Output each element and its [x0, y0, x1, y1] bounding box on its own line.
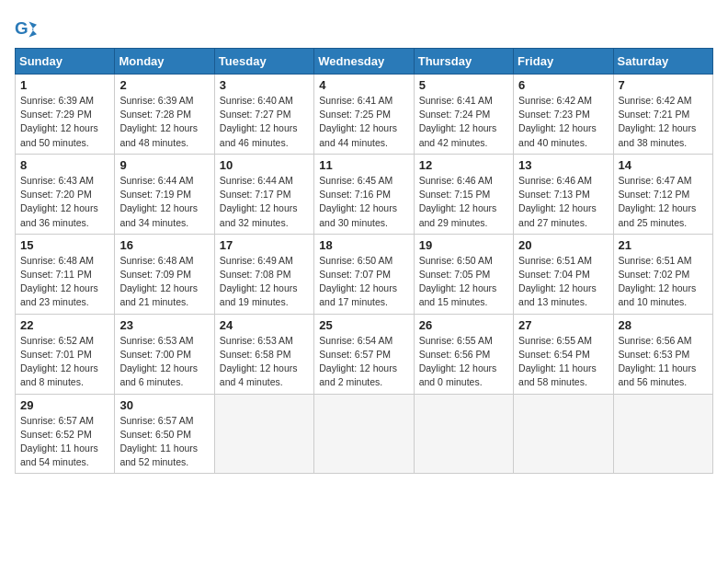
day-number: 30: [119, 398, 209, 412]
calendar-cell: 17Sunrise: 6:49 AM Sunset: 7:08 PM Dayli…: [214, 234, 313, 314]
calendar-cell: 24Sunrise: 6:53 AM Sunset: 6:58 PM Dayli…: [214, 314, 313, 394]
day-number: 24: [220, 318, 309, 332]
day-info: Sunrise: 6:48 AM Sunset: 7:09 PM Dayligh…: [119, 254, 209, 310]
day-number: 12: [419, 158, 508, 172]
week-row-4: 22Sunrise: 6:52 AM Sunset: 7:01 PM Dayli…: [16, 314, 713, 394]
day-info: Sunrise: 6:44 AM Sunset: 7:17 PM Dayligh…: [220, 174, 309, 230]
day-info: Sunrise: 6:50 AM Sunset: 7:05 PM Dayligh…: [419, 254, 508, 310]
day-number: 26: [419, 318, 508, 332]
day-info: Sunrise: 6:50 AM Sunset: 7:07 PM Dayligh…: [319, 254, 408, 310]
day-info: Sunrise: 6:43 AM Sunset: 7:20 PM Dayligh…: [20, 174, 109, 230]
day-info: Sunrise: 6:57 AM Sunset: 6:52 PM Dayligh…: [20, 414, 109, 470]
day-info: Sunrise: 6:56 AM Sunset: 6:53 PM Dayligh…: [619, 334, 708, 390]
day-info: Sunrise: 6:55 AM Sunset: 6:56 PM Dayligh…: [419, 334, 508, 390]
week-row-2: 8Sunrise: 6:43 AM Sunset: 7:20 PM Daylig…: [16, 154, 713, 234]
calendar-cell: 21Sunrise: 6:51 AM Sunset: 7:02 PM Dayli…: [613, 234, 712, 314]
calendar-cell: [314, 394, 414, 474]
calendar-cell: 23Sunrise: 6:53 AM Sunset: 7:00 PM Dayli…: [115, 314, 214, 394]
calendar-cell: 5Sunrise: 6:41 AM Sunset: 7:24 PM Daylig…: [414, 75, 513, 155]
week-row-3: 15Sunrise: 6:48 AM Sunset: 7:11 PM Dayli…: [16, 234, 713, 314]
day-info: Sunrise: 6:42 AM Sunset: 7:21 PM Dayligh…: [619, 94, 708, 150]
day-info: Sunrise: 6:40 AM Sunset: 7:27 PM Dayligh…: [220, 94, 309, 150]
day-info: Sunrise: 6:52 AM Sunset: 7:01 PM Dayligh…: [20, 334, 109, 390]
day-number: 17: [220, 238, 309, 252]
day-number: 9: [119, 158, 209, 172]
calendar-cell: 2Sunrise: 6:39 AM Sunset: 7:28 PM Daylig…: [115, 75, 214, 155]
day-info: Sunrise: 6:39 AM Sunset: 7:29 PM Dayligh…: [20, 94, 109, 150]
calendar-cell: 15Sunrise: 6:48 AM Sunset: 7:11 PM Dayli…: [16, 234, 115, 314]
calendar-header-row: SundayMondayTuesdayWednesdayThursdayFrid…: [16, 49, 713, 75]
calendar-cell: 7Sunrise: 6:42 AM Sunset: 7:21 PM Daylig…: [613, 75, 712, 155]
day-number: 21: [619, 238, 708, 252]
day-number: 10: [220, 158, 309, 172]
day-number: 5: [419, 78, 508, 92]
day-info: Sunrise: 6:54 AM Sunset: 6:57 PM Dayligh…: [319, 334, 408, 390]
calendar-cell: 10Sunrise: 6:44 AM Sunset: 7:17 PM Dayli…: [214, 154, 313, 234]
calendar-cell: 9Sunrise: 6:44 AM Sunset: 7:19 PM Daylig…: [115, 154, 214, 234]
header-saturday: Saturday: [613, 49, 712, 75]
calendar-cell: 27Sunrise: 6:55 AM Sunset: 6:54 PM Dayli…: [514, 314, 613, 394]
day-number: 16: [119, 238, 209, 252]
day-info: Sunrise: 6:51 AM Sunset: 7:04 PM Dayligh…: [518, 254, 608, 310]
calendar-cell: 19Sunrise: 6:50 AM Sunset: 7:05 PM Dayli…: [414, 234, 513, 314]
day-info: Sunrise: 6:49 AM Sunset: 7:08 PM Dayligh…: [220, 254, 309, 310]
day-number: 25: [319, 318, 408, 332]
day-info: Sunrise: 6:41 AM Sunset: 7:25 PM Dayligh…: [319, 94, 408, 150]
calendar-cell: 13Sunrise: 6:46 AM Sunset: 7:13 PM Dayli…: [514, 154, 613, 234]
calendar-cell: 18Sunrise: 6:50 AM Sunset: 7:07 PM Dayli…: [314, 234, 414, 314]
header-monday: Monday: [115, 49, 214, 75]
calendar-cell: 4Sunrise: 6:41 AM Sunset: 7:25 PM Daylig…: [314, 75, 414, 155]
calendar-cell: 20Sunrise: 6:51 AM Sunset: 7:04 PM Dayli…: [514, 234, 613, 314]
day-info: Sunrise: 6:41 AM Sunset: 7:24 PM Dayligh…: [419, 94, 508, 150]
day-number: 7: [619, 78, 708, 92]
calendar-cell: [214, 394, 313, 474]
day-info: Sunrise: 6:53 AM Sunset: 6:58 PM Dayligh…: [220, 334, 309, 390]
day-number: 14: [619, 158, 708, 172]
calendar-cell: 11Sunrise: 6:45 AM Sunset: 7:16 PM Dayli…: [314, 154, 414, 234]
day-number: 2: [119, 78, 209, 92]
day-number: 19: [419, 238, 508, 252]
header-sunday: Sunday: [16, 49, 115, 75]
header-tuesday: Tuesday: [214, 49, 313, 75]
week-row-5: 29Sunrise: 6:57 AM Sunset: 6:52 PM Dayli…: [16, 394, 713, 474]
day-number: 28: [619, 318, 708, 332]
day-number: 4: [319, 78, 408, 92]
day-number: 18: [319, 238, 408, 252]
day-info: Sunrise: 6:42 AM Sunset: 7:23 PM Dayligh…: [518, 94, 608, 150]
day-number: 1: [20, 78, 109, 92]
calendar-cell: 16Sunrise: 6:48 AM Sunset: 7:09 PM Dayli…: [115, 234, 214, 314]
day-info: Sunrise: 6:45 AM Sunset: 7:16 PM Dayligh…: [319, 174, 408, 230]
calendar-cell: 8Sunrise: 6:43 AM Sunset: 7:20 PM Daylig…: [16, 154, 115, 234]
calendar-cell: 6Sunrise: 6:42 AM Sunset: 7:23 PM Daylig…: [514, 75, 613, 155]
day-info: Sunrise: 6:57 AM Sunset: 6:50 PM Dayligh…: [119, 414, 209, 470]
header-thursday: Thursday: [414, 49, 513, 75]
calendar-cell: 28Sunrise: 6:56 AM Sunset: 6:53 PM Dayli…: [613, 314, 712, 394]
calendar-table: SundayMondayTuesdayWednesdayThursdayFrid…: [15, 48, 713, 474]
day-info: Sunrise: 6:53 AM Sunset: 7:00 PM Dayligh…: [119, 334, 209, 390]
day-info: Sunrise: 6:55 AM Sunset: 6:54 PM Dayligh…: [518, 334, 608, 390]
svg-marker-1: [28, 21, 37, 37]
day-number: 29: [20, 398, 109, 412]
calendar-cell: [613, 394, 712, 474]
day-info: Sunrise: 6:47 AM Sunset: 7:12 PM Dayligh…: [619, 174, 708, 230]
day-number: 3: [220, 78, 309, 92]
day-number: 8: [20, 158, 109, 172]
page-header: G: [15, 15, 713, 40]
day-number: 23: [119, 318, 209, 332]
svg-text:G: G: [15, 18, 28, 38]
calendar-cell: 26Sunrise: 6:55 AM Sunset: 6:56 PM Dayli…: [414, 314, 513, 394]
calendar-cell: 12Sunrise: 6:46 AM Sunset: 7:15 PM Dayli…: [414, 154, 513, 234]
day-info: Sunrise: 6:46 AM Sunset: 7:13 PM Dayligh…: [518, 174, 608, 230]
calendar-cell: 30Sunrise: 6:57 AM Sunset: 6:50 PM Dayli…: [115, 394, 214, 474]
calendar-cell: 14Sunrise: 6:47 AM Sunset: 7:12 PM Dayli…: [613, 154, 712, 234]
day-info: Sunrise: 6:48 AM Sunset: 7:11 PM Dayligh…: [20, 254, 109, 310]
day-info: Sunrise: 6:44 AM Sunset: 7:19 PM Dayligh…: [119, 174, 209, 230]
calendar-cell: 1Sunrise: 6:39 AM Sunset: 7:29 PM Daylig…: [16, 75, 115, 155]
day-info: Sunrise: 6:51 AM Sunset: 7:02 PM Dayligh…: [619, 254, 708, 310]
calendar-cell: 25Sunrise: 6:54 AM Sunset: 6:57 PM Dayli…: [314, 314, 414, 394]
day-number: 27: [518, 318, 608, 332]
calendar-cell: 3Sunrise: 6:40 AM Sunset: 7:27 PM Daylig…: [214, 75, 313, 155]
day-number: 22: [20, 318, 109, 332]
logo-icon: G: [15, 18, 37, 40]
day-number: 15: [20, 238, 109, 252]
